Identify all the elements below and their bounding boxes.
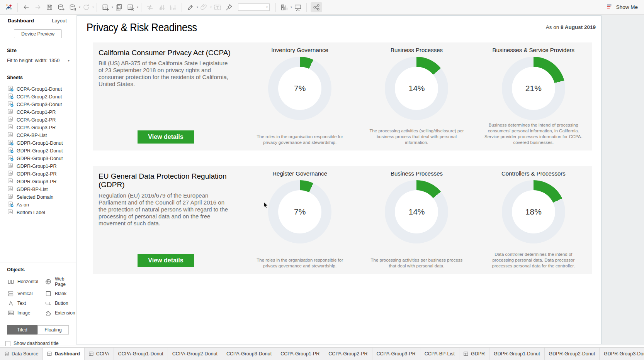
tab-gdpr-group2-donut[interactable]: GDPR-Group2-Donut bbox=[545, 348, 600, 360]
tiled-button[interactable]: Tiled bbox=[7, 325, 37, 335]
object-image[interactable]: Image bbox=[8, 310, 45, 316]
show-me-label: Show Me bbox=[616, 4, 638, 10]
tab-ccpa-bp-list[interactable]: CCPA-BP-List bbox=[420, 348, 459, 360]
sheet-item-as-on[interactable]: As on bbox=[0, 201, 76, 209]
tab-label: Data Source bbox=[12, 351, 38, 357]
sheet-item-ccpa-group2-donut[interactable]: CCPA-Group2-Donut bbox=[0, 93, 76, 101]
save-icon[interactable] bbox=[45, 2, 54, 12]
dashboard-canvas: Privacy & Risk Readiness As on 8 August … bbox=[76, 15, 644, 345]
show-dashboard-title-checkbox[interactable] bbox=[5, 341, 10, 346]
pin-icon[interactable] bbox=[224, 2, 234, 12]
sheet-item-gdpr-group1-donut[interactable]: GDPR-Group1-Donut bbox=[0, 139, 76, 147]
donut-chart[interactable]: 21% bbox=[502, 57, 565, 120]
worksheet-in-dashboard-icon bbox=[8, 86, 14, 93]
worksheet-icon bbox=[8, 178, 14, 185]
duplicate-sheet-icon[interactable] bbox=[114, 2, 124, 12]
tab-ccpa-group2-donut[interactable]: CCPA-Group2-Donut bbox=[168, 348, 222, 360]
new-worksheet-icon[interactable] bbox=[101, 2, 110, 12]
fit-dropdown[interactable]: ▾ bbox=[238, 3, 270, 11]
sheet-item-gdpr-group3-donut[interactable]: GDPR-Group3-Donut bbox=[0, 155, 76, 162]
share-icon[interactable] bbox=[311, 2, 322, 12]
tab-ccpa[interactable]: CCPA bbox=[85, 348, 114, 360]
donut-chart[interactable]: 18% bbox=[502, 180, 565, 243]
tab-dashboard[interactable]: Dashboard bbox=[43, 348, 84, 360]
tab-ccpa-group3-donut[interactable]: CCPA-Group3-Donut bbox=[222, 348, 276, 360]
sheet-item-ccpa-group2-pr[interactable]: CCPA-Group2-PR bbox=[0, 116, 76, 124]
tab-ccpa-group1-pr[interactable]: CCPA-Group1-PR bbox=[276, 348, 324, 360]
object-web-page[interactable]: Web Page bbox=[45, 276, 76, 287]
object-horizontal[interactable]: Horizontal bbox=[8, 276, 45, 287]
image-object-icon bbox=[8, 310, 14, 316]
text-label-icon bbox=[213, 2, 222, 12]
show-dashboard-title-label: Show dashboard title bbox=[14, 341, 59, 346]
sheet-item-gdpr-group2-pr[interactable]: GDPR-Group2-PR bbox=[0, 170, 76, 178]
worksheet-in-dashboard-icon bbox=[8, 140, 14, 147]
show-me-icon bbox=[607, 4, 613, 11]
toolbar-separator bbox=[17, 3, 18, 12]
object-vertical[interactable]: Vertical bbox=[8, 291, 45, 297]
sheet-item-ccpa-group3-donut[interactable]: CCPA-Group3-Donut bbox=[0, 101, 76, 108]
objects-grid: HorizontalWeb PageVerticalBlankTextButto… bbox=[8, 276, 76, 316]
view-details-button[interactable]: View details bbox=[138, 254, 194, 267]
sheet-item-ccpa-group3-pr[interactable]: CCPA-Group3-PR bbox=[0, 124, 76, 132]
show-cards-icon[interactable] bbox=[280, 2, 289, 12]
presentation-mode-icon[interactable] bbox=[293, 2, 302, 12]
undo-icon[interactable] bbox=[22, 2, 31, 12]
highlight-icon[interactable] bbox=[186, 2, 195, 12]
tab-ccpa-group3-pr[interactable]: CCPA-Group3-PR bbox=[372, 348, 420, 360]
object-blank[interactable]: Blank bbox=[45, 291, 76, 297]
section-description: Regulation (EU) 2016/679 of the European… bbox=[99, 192, 233, 227]
tab-layout-pane[interactable]: Layout bbox=[52, 18, 67, 24]
object-text[interactable]: Text bbox=[8, 300, 45, 306]
divider bbox=[0, 43, 76, 43]
tab-ccpa-group1-donut[interactable]: CCPA-Group1-Donut bbox=[114, 348, 168, 360]
add-data-icon[interactable] bbox=[56, 2, 66, 12]
donut-title: Businesses & Service Providers bbox=[493, 47, 575, 53]
pause-updates-icon[interactable] bbox=[68, 2, 77, 12]
sheet-item-label: CCPA-Group2-PR bbox=[17, 117, 56, 123]
divider bbox=[0, 70, 76, 70]
tab-dashboard-pane[interactable]: Dashboard bbox=[8, 18, 34, 24]
tableau-logo-icon[interactable] bbox=[4, 2, 14, 12]
device-preview-button[interactable]: Device Preview bbox=[14, 29, 62, 38]
chevron-down-icon[interactable]: ▾ bbox=[112, 5, 113, 9]
chevron-down-icon[interactable]: ▾ bbox=[197, 5, 198, 9]
donut-caption: Business determines the intend of proces… bbox=[483, 122, 584, 145]
floating-button[interactable]: Floating bbox=[37, 325, 69, 335]
object-extension[interactable]: Extension bbox=[45, 310, 76, 316]
sheet-item-gdpr-bp-list[interactable]: GDPR-BP-List bbox=[0, 186, 76, 193]
sheet-item-ccpa-bp-list[interactable]: CCPA-BP-List bbox=[0, 132, 76, 139]
donut-percent: 21% bbox=[525, 84, 542, 93]
chevron-down-icon[interactable]: ▾ bbox=[137, 5, 138, 9]
show-me-button[interactable]: Show Me bbox=[607, 4, 638, 11]
chevron-down-icon[interactable]: ▾ bbox=[291, 5, 292, 9]
donut-panel-business-processes: Business Processes14%The processing acti… bbox=[358, 42, 475, 150]
tab-gdpr-group1-donut[interactable]: GDPR-Group1-Donut bbox=[489, 348, 545, 360]
sheet-item-bottom-label[interactable]: Bottom Label bbox=[0, 209, 76, 216]
donut-chart[interactable]: 14% bbox=[385, 57, 448, 120]
as-on-date: 8 August 2019 bbox=[561, 24, 596, 30]
view-details-button[interactable]: View details bbox=[138, 130, 194, 144]
chevron-down-icon[interactable]: ▾ bbox=[79, 5, 80, 9]
size-dropdown[interactable]: Fit to height: width: 1350 ▾ bbox=[7, 57, 70, 65]
donut-chart[interactable]: 7% bbox=[268, 57, 331, 120]
tab-gdpr-group3-donut[interactable]: GDPR-Group3-Donut bbox=[600, 348, 644, 360]
clear-sheet-icon[interactable] bbox=[126, 2, 135, 12]
donut-chart[interactable]: 14% bbox=[385, 180, 448, 243]
object-button[interactable]: Button bbox=[45, 300, 76, 306]
tab-ccpa-group2-pr[interactable]: CCPA-Group2-PR bbox=[324, 348, 372, 360]
sheet-item-gdpr-group3-pr[interactable]: GDPR-Group3-PR bbox=[0, 178, 76, 186]
sheet-item-ccpa-group1-pr[interactable]: CCPA-Group1-PR bbox=[0, 108, 76, 116]
tab-label: CCPA-Group2-PR bbox=[328, 351, 367, 357]
worksheet-icon bbox=[8, 171, 14, 177]
sheet-item-selected-domain[interactable]: Selected Domain bbox=[0, 193, 76, 201]
card-gdpr: EU General Data Protection Regulation (G… bbox=[93, 166, 592, 274]
donut-chart[interactable]: 7% bbox=[268, 180, 331, 243]
tab-data-source[interactable]: Data Source bbox=[0, 348, 43, 360]
tab-gdpr[interactable]: GDPR bbox=[459, 348, 489, 360]
mouse-cursor bbox=[263, 201, 268, 211]
sheet-item-gdpr-group2-donut[interactable]: GDPR-Group2-Donut bbox=[0, 147, 76, 155]
sheet-item-gdpr-group1-pr[interactable]: GDPR-Group1-PR bbox=[0, 162, 76, 170]
worksheet-icon bbox=[8, 132, 14, 139]
sheet-item-ccpa-group1-donut[interactable]: CCPA-Group1-Donut bbox=[0, 85, 76, 93]
